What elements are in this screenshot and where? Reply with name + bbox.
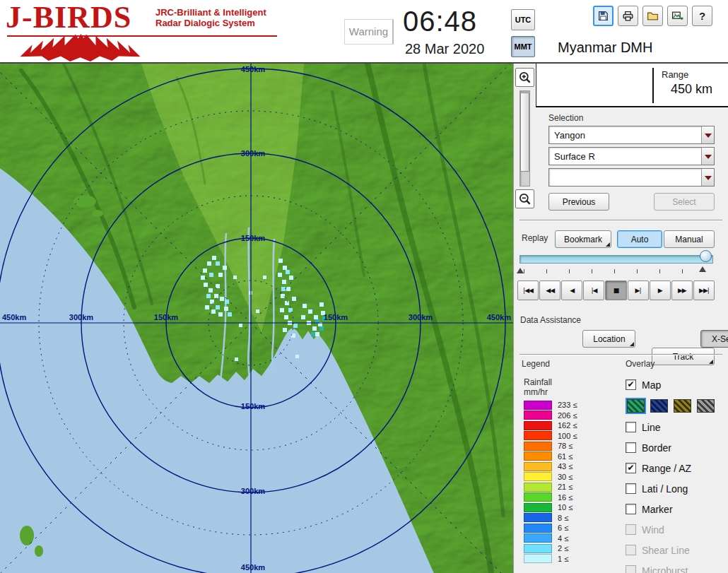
overlay-item-border[interactable]: Border [626,437,726,458]
legend-color-swatch [524,451,552,461]
clock-date: 28 Mar 2020 [405,41,484,57]
print-button[interactable] [618,6,638,26]
legend-color-swatch [524,513,552,522]
utc-button[interactable]: UTC [511,9,535,30]
radar-map-canvas[interactable]: 450km 300km 150km 150km 300km 450km 450k… [0,64,513,573]
product-dropdown[interactable]: Surface R [548,147,715,165]
map-style-swatches [626,395,726,417]
replay-slider-thumb[interactable] [700,250,712,262]
ring-label-w-450: 450km [2,313,26,321]
overlay-item-label: Map [642,379,661,391]
legend-color-swatch [524,431,552,440]
overlay-item-label: Range / AZ [642,463,691,474]
magnifier-minus-icon [518,192,532,206]
open-folder-button[interactable] [642,6,663,26]
utc-label: UTC [515,16,532,24]
legend-color-swatch [524,462,552,471]
lati-long-checkbox[interactable] [626,483,636,494]
step-back-button[interactable]: |◀ [583,280,604,300]
dropdown-arrow-icon[interactable] [701,126,714,143]
overlay-options: ✔ Map Line Border ✔ Range / AZ [626,374,726,573]
zoom-out-button[interactable] [515,189,534,208]
select-button[interactable]: Select [654,193,715,211]
location-label: Location [593,334,625,344]
dropdown-arrow-icon[interactable] [701,169,714,186]
map-style-swatch-olive[interactable] [674,399,691,413]
legend-value: 8 ≤ [558,514,568,522]
legend-value: 10 ≤ [558,503,573,512]
mmt-button[interactable]: MMT [511,36,535,57]
legend-row: 206 ≤ [524,410,616,421]
replay-label: Replay [522,233,548,243]
add-image-button[interactable] [667,6,688,26]
overlay-item-lati-long[interactable]: Lati / Long [626,478,726,499]
track-button[interactable]: Track [652,348,715,365]
ring-label-e-450: 450km [487,313,511,321]
legend-row: 16 ≤ [524,492,616,503]
overlay-item-map[interactable]: ✔ Map [626,374,726,395]
overlay-item-line[interactable]: Line [626,417,726,437]
help-button[interactable]: ? [692,6,712,26]
separator [519,220,722,221]
auto-label: Auto [631,235,649,244]
map-checkbox[interactable]: ✔ [626,379,636,390]
legend-row: 100 ≤ [524,431,616,442]
skip-to-end-button[interactable]: ▶▶| [693,280,715,300]
site-dropdown-value: Yangon [549,126,701,143]
step-forward-button[interactable]: ▶| [628,280,649,300]
dropdown-arrow-icon[interactable] [701,148,714,165]
range-label: Range [662,69,688,80]
zoom-scrollbar-thumb[interactable] [520,93,529,172]
overlay-item-range-az[interactable]: ✔ Range / AZ [626,458,726,478]
auto-button[interactable]: Auto [617,230,662,248]
line-checkbox[interactable] [626,422,636,432]
overlay-item-label: Lati / Long [642,483,688,495]
play-backward-button[interactable]: ◀ [561,280,582,300]
legend-value: 21 ≤ [558,483,573,491]
skip-to-start-button[interactable]: |◀◀ [517,280,539,300]
legend-row: 61 ≤ [524,451,616,462]
bookmark-button[interactable]: Bookmark [555,230,611,248]
zoom-in-button[interactable] [515,68,534,87]
zoom-scrollbar[interactable] [519,90,530,187]
range-az-checkbox[interactable]: ✔ [626,463,636,473]
previous-button[interactable]: Previous [548,193,609,211]
overlay-item-marker[interactable]: Marker [626,499,726,519]
marker-checkbox[interactable] [626,504,636,514]
legend-row: 1 ≤ [524,554,616,565]
stop-button[interactable]: ■ [605,280,626,300]
fast-forward-button[interactable]: ▶▶ [671,280,693,300]
extra-dropdown[interactable] [548,168,715,187]
ring-label-w-150: 150km [154,313,178,321]
location-button[interactable]: Location [582,330,635,348]
border-checkbox[interactable] [626,442,636,453]
play-forward-button[interactable]: ▶ [650,280,671,300]
wind-checkbox [626,524,636,535]
manual-button[interactable]: Manual [664,230,715,248]
map-style-swatch-gray[interactable] [697,399,715,413]
rainfall-legend: 233 ≤ 206 ≤ 162 ≤ 100 ≤ 78 ≤ 61 ≤ 43 ≤ 3… [524,400,616,564]
legend-value: 30 ≤ [558,473,573,481]
overlay-item-label: Microburst [642,565,688,573]
data-assistance-label: Data Assistance [520,315,581,325]
legend-row: 6 ≤ [524,523,616,533]
product-dropdown-value: Surface R [549,148,701,165]
legend-value: 2 ≤ [558,544,568,553]
range-readout: Range 450 km [536,64,728,107]
fast-rewind-button[interactable]: ◀◀ [539,280,560,300]
map-style-swatch-green[interactable] [627,399,645,413]
ring-label-e-300: 300km [409,313,433,321]
x-section-button[interactable]: X-Section [700,330,728,348]
control-panel: Range 450 km Selection Yangon Surface R … [513,64,728,573]
map-style-swatch-blue[interactable] [650,399,668,413]
radar-map-viewport[interactable]: 450km 300km 150km 150km 300km 450km 450k… [0,64,513,573]
legend-row: 78 ≤ [524,441,616,451]
legend-row: 10 ≤ [524,502,616,513]
save-button[interactable] [593,6,613,26]
legend-label: Legend [522,359,550,369]
replay-timeline-slider[interactable] [519,255,713,264]
site-dropdown[interactable]: Yangon [548,126,715,144]
overlay-item-label: Shear Line [642,545,690,556]
warning-status: Warning [344,19,394,45]
selection-label: Selection [548,113,583,123]
